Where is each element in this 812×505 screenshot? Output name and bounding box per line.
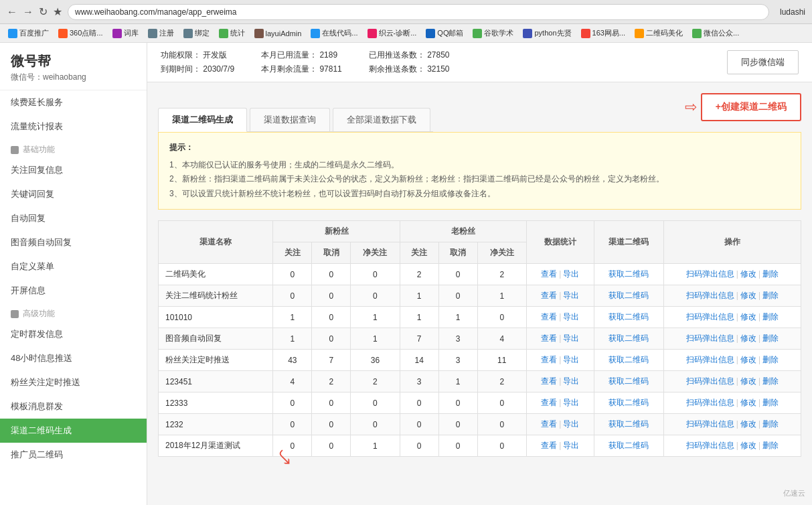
row-actions[interactable]: 扫码弹出信息|修改|删除	[663, 350, 801, 371]
bookmark-item[interactable]: 绑定	[179, 27, 214, 40]
stats-export-link[interactable]: 导出	[563, 419, 579, 429]
delete-link[interactable]: 删除	[762, 334, 779, 343]
sidebar-item[interactable]: 图音频自动回复	[0, 230, 147, 255]
row-qrcode[interactable]: 获取二维码	[594, 350, 663, 371]
edit-link[interactable]: 修改	[740, 419, 756, 429]
sidebar-item[interactable]: 粉丝关注定时推送	[0, 370, 147, 394]
row-stats[interactable]: 查看|导出	[526, 435, 594, 457]
edit-link[interactable]: 修改	[740, 355, 756, 364]
row-actions[interactable]: 扫码弹出信息|修改|删除	[663, 328, 801, 350]
get-qrcode-link[interactable]: 获取二维码	[608, 291, 649, 300]
refresh-btn[interactable]: ↻	[39, 5, 48, 18]
row-qrcode[interactable]: 获取二维码	[594, 435, 663, 457]
row-stats[interactable]: 查看|导出	[526, 285, 594, 307]
delete-link[interactable]: 删除	[762, 419, 779, 429]
edit-link[interactable]: 修改	[740, 376, 756, 386]
bookmark-item[interactable]: 词库	[108, 27, 143, 40]
row-stats[interactable]: 查看|导出	[526, 392, 594, 414]
row-actions[interactable]: 扫码弹出信息|修改|删除	[663, 414, 801, 435]
row-qrcode[interactable]: 获取二维码	[594, 307, 663, 328]
scan-popup-link[interactable]: 扫码弹出信息	[686, 398, 734, 407]
create-qrcode-btn[interactable]: +创建渠道二维码	[701, 93, 801, 121]
stats-view-link[interactable]: 查看	[541, 312, 557, 321]
delete-link[interactable]: 删除	[762, 441, 779, 450]
sync-btn[interactable]: 同步微信端	[727, 50, 799, 74]
bookmark-item[interactable]: QQ邮箱	[422, 27, 467, 40]
sidebar-item[interactable]: 48小时信息推送	[0, 346, 147, 370]
delete-link[interactable]: 删除	[762, 355, 779, 364]
row-qrcode[interactable]: 获取二维码	[594, 285, 663, 307]
tab-item[interactable]: 渠道数据查询	[250, 108, 330, 131]
stats-view-link[interactable]: 查看	[541, 355, 557, 364]
bookmark-item[interactable]: 在线代码...	[307, 27, 361, 40]
row-qrcode[interactable]: 获取二维码	[594, 371, 663, 392]
delete-link[interactable]: 删除	[762, 291, 779, 300]
stats-view-link[interactable]: 查看	[541, 441, 557, 450]
row-qrcode[interactable]: 获取二维码	[594, 392, 663, 414]
row-actions[interactable]: 扫码弹出信息|修改|删除	[663, 392, 801, 414]
edit-link[interactable]: 修改	[740, 269, 756, 279]
scan-popup-link[interactable]: 扫码弹出信息	[686, 355, 734, 364]
edit-link[interactable]: 修改	[740, 312, 756, 321]
sidebar-item[interactable]: 自动回复	[0, 206, 147, 230]
scan-popup-link[interactable]: 扫码弹出信息	[686, 291, 734, 300]
stats-export-link[interactable]: 导出	[563, 269, 579, 279]
delete-link[interactable]: 删除	[762, 312, 779, 321]
home-btn[interactable]: ★	[53, 5, 62, 18]
sidebar-item[interactable]: 开屏信息	[0, 279, 147, 303]
sidebar-item[interactable]: 流量统计报表	[0, 115, 147, 139]
sidebar-item[interactable]: 关键词回复	[0, 182, 147, 206]
stats-export-link[interactable]: 导出	[563, 376, 579, 386]
delete-link[interactable]: 删除	[762, 376, 779, 386]
sidebar-item[interactable]: 自定义菜单	[0, 255, 147, 279]
bookmark-item[interactable]: 谷歌学术	[469, 27, 517, 40]
row-stats[interactable]: 查看|导出	[526, 371, 594, 392]
scan-popup-link[interactable]: 扫码弹出信息	[686, 376, 734, 386]
tab-item[interactable]: 渠道二维码生成	[158, 108, 247, 132]
scan-popup-link[interactable]: 扫码弹出信息	[686, 441, 734, 450]
back-btn[interactable]: ←	[7, 6, 17, 18]
row-qrcode[interactable]: 获取二维码	[594, 328, 663, 350]
get-qrcode-link[interactable]: 获取二维码	[608, 312, 649, 321]
delete-link[interactable]: 删除	[762, 398, 779, 407]
get-qrcode-link[interactable]: 获取二维码	[608, 441, 649, 450]
row-actions[interactable]: 扫码弹出信息|修改|删除	[663, 435, 801, 457]
get-qrcode-link[interactable]: 获取二维码	[608, 419, 649, 429]
stats-export-link[interactable]: 导出	[563, 334, 579, 343]
sidebar-item[interactable]: 关注回复信息	[0, 158, 147, 182]
row-stats[interactable]: 查看|导出	[526, 328, 594, 350]
bookmark-item[interactable]: 织云-诊断...	[363, 27, 421, 40]
get-qrcode-link[interactable]: 获取二维码	[608, 334, 649, 343]
edit-link[interactable]: 修改	[740, 441, 756, 450]
row-stats[interactable]: 查看|导出	[526, 350, 594, 371]
scan-popup-link[interactable]: 扫码弹出信息	[686, 269, 734, 279]
stats-view-link[interactable]: 查看	[541, 398, 557, 407]
stats-view-link[interactable]: 查看	[541, 334, 557, 343]
address-bar[interactable]: www.weihaobang.com/manage/app_erweima	[68, 4, 769, 20]
bookmark-item[interactable]: layuiAdmin	[250, 27, 306, 40]
stats-export-link[interactable]: 导出	[563, 312, 579, 321]
row-actions[interactable]: 扫码弹出信息|修改|删除	[663, 285, 801, 307]
edit-link[interactable]: 修改	[740, 334, 756, 343]
stats-view-link[interactable]: 查看	[541, 269, 557, 279]
stats-view-link[interactable]: 查看	[541, 419, 557, 429]
forward-btn[interactable]: →	[23, 6, 33, 18]
sidebar-item[interactable]: 定时群发信息	[0, 322, 147, 346]
scan-popup-link[interactable]: 扫码弹出信息	[686, 334, 734, 343]
sidebar-item[interactable]: 续费延长服务	[0, 90, 147, 115]
sidebar-item[interactable]: 模板消息群发	[0, 394, 147, 419]
bookmark-item[interactable]: 二维码美化	[631, 27, 687, 40]
row-actions[interactable]: 扫码弹出信息|修改|删除	[663, 307, 801, 328]
edit-link[interactable]: 修改	[740, 291, 756, 300]
bookmark-item[interactable]: 百度推广	[4, 27, 53, 40]
stats-export-link[interactable]: 导出	[563, 441, 579, 450]
scan-popup-link[interactable]: 扫码弹出信息	[686, 312, 734, 321]
get-qrcode-link[interactable]: 获取二维码	[608, 398, 649, 407]
row-actions[interactable]: 扫码弹出信息|修改|删除	[663, 264, 801, 285]
stats-export-link[interactable]: 导出	[563, 398, 579, 407]
delete-link[interactable]: 删除	[762, 269, 779, 279]
stats-export-link[interactable]: 导出	[563, 291, 579, 300]
row-qrcode[interactable]: 获取二维码	[594, 414, 663, 435]
bookmark-item[interactable]: 注册	[144, 27, 178, 40]
stats-export-link[interactable]: 导出	[563, 355, 579, 364]
